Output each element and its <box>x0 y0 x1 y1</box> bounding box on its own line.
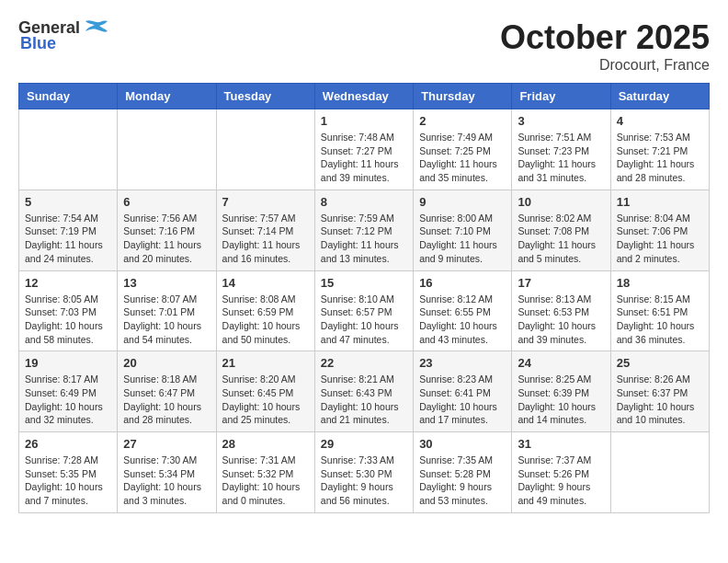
title-area: October 2025 Drocourt, France <box>500 18 710 74</box>
day-number: 5 <box>25 195 111 209</box>
day-info: Sunrise: 7:48 AM Sunset: 7:27 PM Dayligh… <box>321 131 407 185</box>
calendar-day-cell: 6Sunrise: 7:56 AM Sunset: 7:16 PM Daylig… <box>118 190 216 270</box>
day-number: 3 <box>518 114 604 128</box>
day-number: 16 <box>419 276 506 290</box>
calendar-day-cell <box>216 109 314 190</box>
day-info: Sunrise: 8:18 AM Sunset: 6:47 PM Dayligh… <box>123 373 210 427</box>
weekday-header: Sunday <box>19 84 118 109</box>
day-number: 20 <box>123 356 210 370</box>
day-number: 14 <box>222 276 309 290</box>
calendar-header-row: SundayMondayTuesdayWednesdayThursdayFrid… <box>19 84 710 109</box>
day-info: Sunrise: 8:21 AM Sunset: 6:43 PM Dayligh… <box>321 373 407 427</box>
day-number: 12 <box>25 276 111 290</box>
day-number: 11 <box>617 195 703 209</box>
calendar-day-cell: 17Sunrise: 8:13 AM Sunset: 6:53 PM Dayli… <box>512 270 610 351</box>
day-info: Sunrise: 8:04 AM Sunset: 7:06 PM Dayligh… <box>617 212 703 266</box>
day-info: Sunrise: 8:08 AM Sunset: 6:59 PM Dayligh… <box>222 293 309 347</box>
calendar-day-cell <box>118 109 216 190</box>
logo-blue-text: Blue <box>20 34 56 53</box>
day-info: Sunrise: 7:35 AM Sunset: 5:28 PM Dayligh… <box>419 454 506 508</box>
calendar-day-cell: 31Sunrise: 7:37 AM Sunset: 5:26 PM Dayli… <box>512 432 610 513</box>
calendar-day-cell: 15Sunrise: 8:10 AM Sunset: 6:57 PM Dayli… <box>314 270 413 351</box>
calendar: SundayMondayTuesdayWednesdayThursdayFrid… <box>18 83 710 513</box>
calendar-day-cell: 3Sunrise: 7:51 AM Sunset: 7:23 PM Daylig… <box>512 109 610 190</box>
day-info: Sunrise: 7:37 AM Sunset: 5:26 PM Dayligh… <box>518 454 604 508</box>
day-info: Sunrise: 7:59 AM Sunset: 7:12 PM Dayligh… <box>321 212 407 266</box>
calendar-day-cell: 20Sunrise: 8:18 AM Sunset: 6:47 PM Dayli… <box>118 351 216 432</box>
day-info: Sunrise: 7:56 AM Sunset: 7:16 PM Dayligh… <box>123 212 210 266</box>
day-number: 9 <box>419 195 506 209</box>
day-number: 31 <box>518 437 604 451</box>
calendar-day-cell: 22Sunrise: 8:21 AM Sunset: 6:43 PM Dayli… <box>314 351 413 432</box>
weekday-header: Friday <box>512 84 610 109</box>
day-number: 28 <box>222 437 309 451</box>
calendar-day-cell: 10Sunrise: 8:02 AM Sunset: 7:08 PM Dayli… <box>512 190 610 270</box>
calendar-week-row: 12Sunrise: 8:05 AM Sunset: 7:03 PM Dayli… <box>19 270 710 351</box>
calendar-day-cell: 19Sunrise: 8:17 AM Sunset: 6:49 PM Dayli… <box>19 351 118 432</box>
weekday-header: Wednesday <box>314 84 413 109</box>
day-info: Sunrise: 8:10 AM Sunset: 6:57 PM Dayligh… <box>321 293 407 347</box>
day-number: 21 <box>222 356 309 370</box>
day-info: Sunrise: 8:20 AM Sunset: 6:45 PM Dayligh… <box>222 373 309 427</box>
day-info: Sunrise: 8:00 AM Sunset: 7:10 PM Dayligh… <box>419 212 506 266</box>
day-number: 8 <box>321 195 407 209</box>
calendar-day-cell: 2Sunrise: 7:49 AM Sunset: 7:25 PM Daylig… <box>414 109 512 190</box>
calendar-day-cell: 5Sunrise: 7:54 AM Sunset: 7:19 PM Daylig… <box>19 190 118 270</box>
day-number: 27 <box>123 437 210 451</box>
calendar-day-cell: 29Sunrise: 7:33 AM Sunset: 5:30 PM Dayli… <box>314 432 413 513</box>
weekday-header: Saturday <box>610 84 709 109</box>
day-info: Sunrise: 7:33 AM Sunset: 5:30 PM Dayligh… <box>321 454 407 508</box>
calendar-day-cell: 16Sunrise: 8:12 AM Sunset: 6:55 PM Dayli… <box>414 270 512 351</box>
day-number: 6 <box>123 195 210 209</box>
calendar-day-cell: 23Sunrise: 8:23 AM Sunset: 6:41 PM Dayli… <box>414 351 512 432</box>
day-number: 15 <box>321 276 407 290</box>
day-info: Sunrise: 8:23 AM Sunset: 6:41 PM Dayligh… <box>419 373 506 427</box>
day-info: Sunrise: 8:05 AM Sunset: 7:03 PM Dayligh… <box>25 293 111 347</box>
day-info: Sunrise: 8:07 AM Sunset: 7:01 PM Dayligh… <box>123 293 210 347</box>
day-number: 19 <box>25 356 111 370</box>
calendar-day-cell: 13Sunrise: 8:07 AM Sunset: 7:01 PM Dayli… <box>118 270 216 351</box>
weekday-header: Thursday <box>414 84 512 109</box>
day-info: Sunrise: 8:17 AM Sunset: 6:49 PM Dayligh… <box>25 373 111 427</box>
calendar-day-cell: 26Sunrise: 7:28 AM Sunset: 5:35 PM Dayli… <box>19 432 118 513</box>
weekday-header: Tuesday <box>216 84 314 109</box>
day-info: Sunrise: 7:53 AM Sunset: 7:21 PM Dayligh… <box>617 131 703 185</box>
calendar-day-cell: 27Sunrise: 7:30 AM Sunset: 5:34 PM Dayli… <box>118 432 216 513</box>
day-info: Sunrise: 8:13 AM Sunset: 6:53 PM Dayligh… <box>518 293 604 347</box>
location: Drocourt, France <box>500 57 710 74</box>
calendar-day-cell: 18Sunrise: 8:15 AM Sunset: 6:51 PM Dayli… <box>610 270 709 351</box>
weekday-header: Monday <box>118 84 216 109</box>
day-number: 23 <box>419 356 506 370</box>
calendar-day-cell: 1Sunrise: 7:48 AM Sunset: 7:27 PM Daylig… <box>314 109 413 190</box>
calendar-day-cell: 7Sunrise: 7:57 AM Sunset: 7:14 PM Daylig… <box>216 190 314 270</box>
day-info: Sunrise: 7:30 AM Sunset: 5:34 PM Dayligh… <box>123 454 210 508</box>
calendar-week-row: 1Sunrise: 7:48 AM Sunset: 7:27 PM Daylig… <box>19 109 710 190</box>
day-info: Sunrise: 7:51 AM Sunset: 7:23 PM Dayligh… <box>518 131 604 185</box>
calendar-day-cell: 4Sunrise: 7:53 AM Sunset: 7:21 PM Daylig… <box>610 109 709 190</box>
day-number: 24 <box>518 356 604 370</box>
day-number: 26 <box>25 437 111 451</box>
day-info: Sunrise: 8:26 AM Sunset: 6:37 PM Dayligh… <box>617 373 703 427</box>
day-info: Sunrise: 7:31 AM Sunset: 5:32 PM Dayligh… <box>222 454 309 508</box>
calendar-day-cell: 30Sunrise: 7:35 AM Sunset: 5:28 PM Dayli… <box>414 432 512 513</box>
day-number: 17 <box>518 276 604 290</box>
day-number: 18 <box>617 276 703 290</box>
day-number: 4 <box>617 114 703 128</box>
day-number: 7 <box>222 195 309 209</box>
month-title: October 2025 <box>500 18 710 57</box>
calendar-day-cell <box>19 109 118 190</box>
calendar-day-cell: 28Sunrise: 7:31 AM Sunset: 5:32 PM Dayli… <box>216 432 314 513</box>
calendar-day-cell: 9Sunrise: 8:00 AM Sunset: 7:10 PM Daylig… <box>414 190 512 270</box>
calendar-day-cell: 25Sunrise: 8:26 AM Sunset: 6:37 PM Dayli… <box>610 351 709 432</box>
logo: General Blue <box>18 18 109 53</box>
day-number: 25 <box>617 356 703 370</box>
day-info: Sunrise: 8:02 AM Sunset: 7:08 PM Dayligh… <box>518 212 604 266</box>
logo-bird-icon <box>84 19 109 38</box>
day-number: 22 <box>321 356 407 370</box>
day-info: Sunrise: 8:15 AM Sunset: 6:51 PM Dayligh… <box>617 293 703 347</box>
calendar-day-cell: 24Sunrise: 8:25 AM Sunset: 6:39 PM Dayli… <box>512 351 610 432</box>
calendar-week-row: 19Sunrise: 8:17 AM Sunset: 6:49 PM Dayli… <box>19 351 710 432</box>
calendar-day-cell: 14Sunrise: 8:08 AM Sunset: 6:59 PM Dayli… <box>216 270 314 351</box>
page-header: General Blue October 2025 Drocourt, Fran… <box>18 18 710 74</box>
calendar-day-cell <box>610 432 709 513</box>
